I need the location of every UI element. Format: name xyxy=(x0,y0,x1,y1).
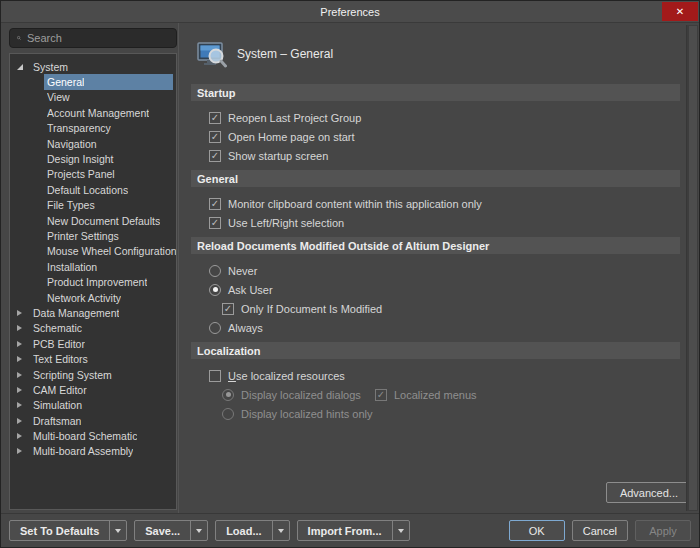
sidebar-item-printer-settings[interactable]: Printer Settings xyxy=(10,228,176,243)
section-header-reload-documents: Reload Documents Modified Outside of Alt… xyxy=(191,237,680,254)
radio-label[interactable]: Always xyxy=(228,322,263,334)
sidebar-item-general[interactable]: General xyxy=(44,74,173,89)
checkbox-label[interactable]: Use Left/Right selection xyxy=(228,217,344,229)
collapse-icon[interactable] xyxy=(17,341,28,347)
sidebar-item-product-improvement[interactable]: Product Improvement xyxy=(10,274,176,289)
collapse-icon[interactable] xyxy=(17,325,28,331)
sidebar-item-navigation[interactable]: Navigation xyxy=(10,136,176,151)
checkbox-only-if-modified[interactable] xyxy=(222,303,234,315)
sidebar-item-design-insight[interactable]: Design Insight xyxy=(10,151,176,166)
row-monitor-clipboard: Monitor clipboard content within this ap… xyxy=(191,194,680,213)
row-open-home-page: Open Home page on start xyxy=(191,127,680,146)
radio-label[interactable]: Display localized hints only xyxy=(241,408,372,420)
checkbox-use-localized-resources[interactable] xyxy=(209,370,221,382)
row-reopen-last-project-group: Reopen Last Project Group xyxy=(191,108,680,127)
scrollbar-thumb[interactable] xyxy=(689,26,697,510)
sidebar-item-simulation[interactable]: Simulation xyxy=(10,398,176,413)
sidebar-item-projects-panel[interactable]: Projects Panel xyxy=(10,167,176,182)
checkbox-label[interactable]: Use localized resources xyxy=(228,370,345,382)
chevron-down-icon[interactable] xyxy=(109,521,126,540)
row-always: Always xyxy=(191,318,680,337)
sidebar-item-multi-board-schematic[interactable]: Multi-board Schematic xyxy=(10,428,176,443)
checkbox-monitor-clipboard[interactable] xyxy=(209,198,221,210)
collapse-icon[interactable] xyxy=(17,448,28,454)
checkbox-label[interactable]: Show startup screen xyxy=(228,150,328,162)
checkbox-reopen-last-project-group[interactable] xyxy=(209,112,221,124)
sidebar-item-pcb-editor[interactable]: PCB Editor xyxy=(10,336,176,351)
row-use-localized-resources: Use localized resources xyxy=(191,366,680,385)
titlebar[interactable]: Preferences xyxy=(1,1,699,23)
section-general-rows: Monitor clipboard content within this ap… xyxy=(191,187,680,237)
save-label[interactable]: Save... xyxy=(135,521,190,540)
collapse-icon[interactable] xyxy=(17,356,28,362)
load-label[interactable]: Load... xyxy=(216,521,271,540)
collapse-icon[interactable] xyxy=(17,310,28,316)
expand-icon[interactable] xyxy=(17,64,28,70)
sidebar-item-new-document-defaults[interactable]: New Document Defaults xyxy=(10,213,176,228)
radio-display-localized-dialogs[interactable] xyxy=(222,389,234,401)
sidebar-item-multi-board-assembly[interactable]: Multi-board Assembly xyxy=(10,444,176,459)
checkbox-label[interactable]: Monitor clipboard content within this ap… xyxy=(228,198,482,210)
row-ask-user: Ask User xyxy=(191,280,680,299)
sidebar-item-draftsman[interactable]: Draftsman xyxy=(10,413,176,428)
radio-never[interactable] xyxy=(209,265,221,277)
sidebar-item-data-management[interactable]: Data Management xyxy=(10,305,176,320)
scrollbar[interactable] xyxy=(686,25,698,511)
radio-label[interactable]: Never xyxy=(228,265,257,277)
apply-button[interactable]: Apply xyxy=(635,520,691,541)
import-from-label[interactable]: Import From... xyxy=(298,521,392,540)
sidebar-item-account-management[interactable]: Account Management xyxy=(10,105,176,120)
sidebar-item-file-types[interactable]: File Types xyxy=(10,198,176,213)
sidebar: System General View Account Management T… xyxy=(1,23,178,513)
cancel-button[interactable]: Cancel xyxy=(572,520,628,541)
preferences-tree[interactable]: System General View Account Management T… xyxy=(9,53,177,510)
section-header-general: General xyxy=(191,170,680,187)
sidebar-item-view[interactable]: View xyxy=(10,90,176,105)
sidebar-item-system[interactable]: System xyxy=(10,59,176,74)
sidebar-item-network-activity[interactable]: Network Activity xyxy=(10,290,176,305)
sidebar-item-schematic[interactable]: Schematic xyxy=(10,321,176,336)
chevron-down-icon[interactable] xyxy=(272,521,289,540)
save-button[interactable]: Save... xyxy=(134,520,208,541)
advanced-button[interactable]: Advanced... xyxy=(606,482,692,503)
checkbox-show-startup-screen[interactable] xyxy=(209,150,221,162)
search-box[interactable] xyxy=(9,28,177,48)
chevron-down-icon[interactable] xyxy=(190,521,207,540)
set-to-defaults-button[interactable]: Set To Defaults xyxy=(9,520,127,541)
search-input[interactable] xyxy=(27,32,169,44)
checkbox-label[interactable]: Only If Document Is Modified xyxy=(241,303,382,315)
checkbox-open-home-page[interactable] xyxy=(209,131,221,143)
system-general-icon xyxy=(197,41,227,68)
chevron-down-icon[interactable] xyxy=(392,521,409,540)
close-button[interactable]: ✕ xyxy=(662,2,698,21)
checkbox-label[interactable]: Open Home page on start xyxy=(228,131,355,143)
load-button[interactable]: Load... xyxy=(215,520,289,541)
radio-ask-user[interactable] xyxy=(209,284,221,296)
import-from-button[interactable]: Import From... xyxy=(297,520,410,541)
sidebar-item-scripting-system[interactable]: Scripting System xyxy=(10,367,176,382)
sidebar-item-default-locations[interactable]: Default Locations xyxy=(10,182,176,197)
sidebar-item-mouse-wheel-configuration[interactable]: Mouse Wheel Configuration xyxy=(10,244,176,259)
collapse-icon[interactable] xyxy=(17,433,28,439)
sidebar-item-text-editors[interactable]: Text Editors xyxy=(10,351,176,366)
set-to-defaults-label[interactable]: Set To Defaults xyxy=(10,521,109,540)
radio-label[interactable]: Ask User xyxy=(228,284,273,296)
checkbox-label[interactable]: Localized menus xyxy=(394,389,477,401)
sidebar-item-installation[interactable]: Installation xyxy=(10,259,176,274)
row-only-if-modified: Only If Document Is Modified xyxy=(191,299,680,318)
row-never: Never xyxy=(191,261,680,280)
collapse-icon[interactable] xyxy=(17,387,28,393)
sidebar-item-cam-editor[interactable]: CAM Editor xyxy=(10,382,176,397)
checkbox-localized-menus[interactable] xyxy=(375,389,387,401)
sidebar-item-transparency[interactable]: Transparency xyxy=(10,121,176,136)
radio-label[interactable]: Display localized dialogs xyxy=(241,389,361,401)
radio-display-localized-hints[interactable] xyxy=(222,408,234,420)
radio-always[interactable] xyxy=(209,322,221,334)
checkbox-label[interactable]: Reopen Last Project Group xyxy=(228,112,361,124)
collapse-icon[interactable] xyxy=(17,418,28,424)
collapse-icon[interactable] xyxy=(17,372,28,378)
checkbox-left-right-selection[interactable] xyxy=(209,217,221,229)
section-startup-rows: Reopen Last Project Group Open Home page… xyxy=(191,101,680,170)
ok-button[interactable]: OK xyxy=(509,520,565,541)
collapse-icon[interactable] xyxy=(17,402,28,408)
